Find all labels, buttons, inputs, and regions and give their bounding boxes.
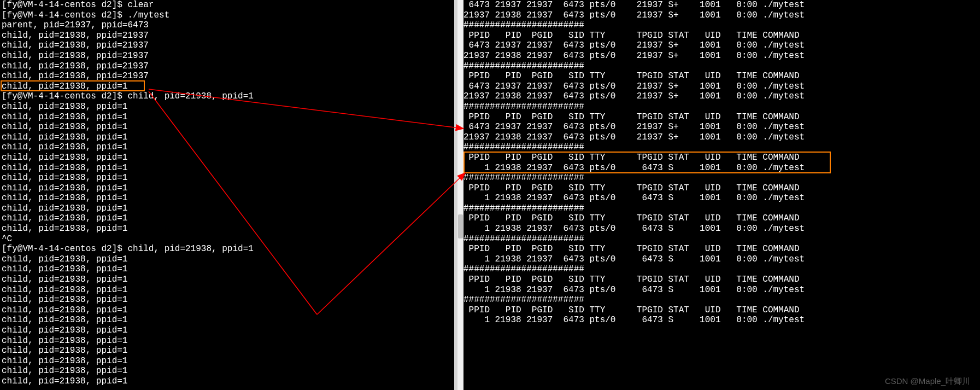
terminal-line: 21937 21938 21937 6473 pts/0 21937 S+ 10… [463,10,978,21]
terminal-line: ####################### [463,102,978,112]
terminal-line: child, pid=21938, ppid=1 [2,224,454,234]
terminal-line: ####################### [463,234,978,245]
terminal-line: child, pid=21938, ppid=1 [2,295,454,305]
terminal-line: child, pid=21938, ppid=1 [2,102,454,112]
terminal-line: ####################### [463,61,978,72]
terminal-line: 1 21938 21937 6473 pts/0 6473 S 1001 0:0… [463,254,978,265]
terminal-line: child, pid=21938, ppid=1 [2,366,454,376]
terminal-line: child, pid=21938, ppid=1 [2,193,454,203]
terminal-line: PPID PID PGID SID TTY TPGID STAT UID TIM… [463,183,978,194]
terminal-line: child, pid=21938, ppid=1 [2,153,454,163]
terminal-line: child, pid=21938, ppid=21937 [2,51,454,61]
terminal-line: child, pid=21938, ppid=1 [2,336,454,346]
terminal-line: PPID PID PGID SID TTY TPGID STAT UID TIM… [463,213,978,224]
terminal-line: child, pid=21938, ppid=1 [2,82,454,92]
terminal-line: PPID PID PGID SID TTY TPGID STAT UID TIM… [463,305,978,316]
terminal-line: 6473 21937 21937 6473 pts/0 21937 S+ 100… [463,0,978,10]
terminal-line: child, pid=21938, ppid=1 [2,325,454,336]
terminal-line: 6473 21937 21937 6473 pts/0 21937 S+ 100… [463,82,978,92]
terminal-line: PPID PID PGID SID TTY TPGID STAT UID TIM… [463,112,978,123]
terminal-line: child, pid=21938, ppid=1 [2,183,454,194]
right-terminal-pane[interactable]: 6473 21937 21937 6473 pts/0 21937 S+ 100… [463,0,978,325]
left-terminal-pane[interactable]: [fy@VM-4-14-centos d2]$ clear[fy@VM-4-14… [2,0,454,387]
scrollbar-track[interactable] [457,0,463,390]
terminal-line: child, pid=21938, ppid=1 [2,315,454,325]
terminal-line: ####################### [463,203,978,214]
terminal-line: child, pid=21938, ppid=1 [2,376,454,387]
terminal-line: child, pid=21938, ppid=21937 [2,61,454,72]
terminal-line: child, pid=21938, ppid=1 [2,346,454,356]
terminal-line: PPID PID PGID SID TTY TPGID STAT UID TIM… [463,275,978,285]
terminal-line: child, pid=21938, ppid=1 [2,173,454,183]
terminal-line: 21937 21938 21937 6473 pts/0 21937 S+ 10… [463,132,978,143]
terminal-line: child, pid=21938, ppid=1 [2,132,454,143]
terminal-line: PPID PID PGID SID TTY TPGID STAT UID TIM… [463,71,978,82]
terminal-line: ####################### [463,173,978,183]
terminal-line: ####################### [463,295,978,305]
terminal-line: ####################### [463,264,978,275]
terminal-line: 1 21938 21937 6473 pts/0 6473 S 1001 0:0… [463,163,978,173]
terminal-line: child, pid=21938, ppid=1 [2,122,454,132]
terminal-line: PPID PID PGID SID TTY TPGID STAT UID TIM… [463,31,978,41]
terminal-line: parent, pid=21937, ppid=6473 [2,20,454,31]
terminal-line: ^C [2,234,454,245]
scrollbar-thumb[interactable] [458,214,463,238]
terminal-line: child, pid=21938, ppid=21937 [2,40,454,51]
terminal-line: child, pid=21938, ppid=1 [2,305,454,316]
terminal-line: 1 21938 21937 6473 pts/0 6473 S 1001 0:0… [463,193,978,203]
terminal-line: child, pid=21938, ppid=1 [2,285,454,295]
terminal-line: [fy@VM-4-14-centos d2]$ child, pid=21938… [2,91,454,102]
terminal-line: PPID PID PGID SID TTY TPGID STAT UID TIM… [463,244,978,254]
terminal-line: [fy@VM-4-14-centos d2]$ ./mytest [2,10,454,21]
terminal-line: 1 21938 21937 6473 pts/0 6473 S 1001 0:0… [463,224,978,234]
terminal-line: child, pid=21938, ppid=1 [2,142,454,153]
terminal-line: child, pid=21938, ppid=21937 [2,31,454,41]
terminal-line: ####################### [463,20,978,31]
terminal-line: child, pid=21938, ppid=1 [2,163,454,173]
terminal-line: child, pid=21938, ppid=1 [2,254,454,265]
terminal-line: ####################### [463,142,978,153]
terminal-line: child, pid=21938, ppid=1 [2,264,454,275]
terminal-line: [fy@VM-4-14-centos d2]$ child, pid=21938… [2,244,454,254]
terminal-line: 1 21938 21937 6473 pts/0 6473 S 1001 0:0… [463,315,978,325]
terminal-line: child, pid=21938, ppid=1 [2,112,454,123]
terminal-line: [fy@VM-4-14-centos d2]$ clear [2,0,454,10]
terminal-line: child, pid=21938, ppid=1 [2,275,454,285]
terminal-line: 6473 21937 21937 6473 pts/0 21937 S+ 100… [463,40,978,51]
terminal-line: PPID PID PGID SID TTY TPGID STAT UID TIM… [463,153,978,163]
terminal-line: child, pid=21938, ppid=1 [2,356,454,366]
terminal-line: 6473 21937 21937 6473 pts/0 21937 S+ 100… [463,122,978,132]
terminal-line: 21937 21938 21937 6473 pts/0 21937 S+ 10… [463,91,978,102]
terminal-line: 1 21938 21937 6473 pts/0 6473 S 1001 0:0… [463,285,978,295]
terminal-line: child, pid=21938, ppid=1 [2,213,454,224]
terminal-line: child, pid=21938, ppid=21937 [2,71,454,82]
terminal-line: 21937 21938 21937 6473 pts/0 21937 S+ 10… [463,51,978,61]
terminal-line: child, pid=21938, ppid=1 [2,203,454,214]
watermark: CSDN @Maple_叶卿川 [885,376,970,387]
